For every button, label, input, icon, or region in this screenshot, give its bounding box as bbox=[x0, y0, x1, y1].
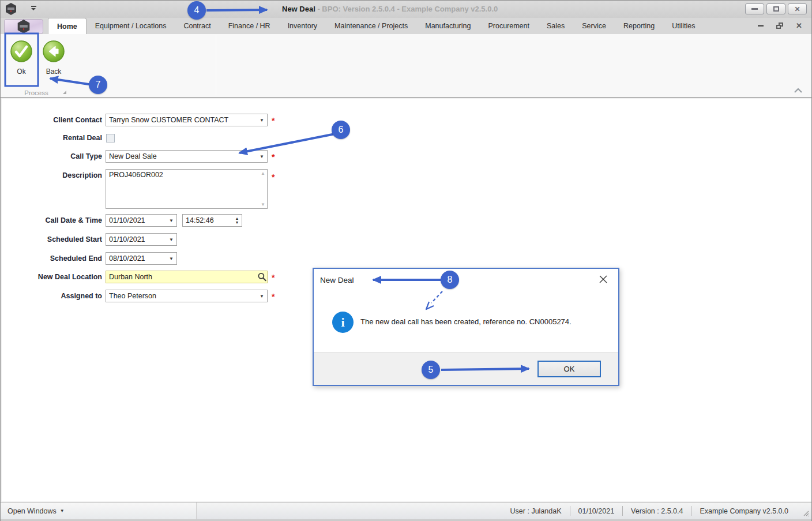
collapse-ribbon-icon[interactable] bbox=[793, 87, 803, 95]
dialog-ok-button[interactable]: OK bbox=[537, 361, 601, 377]
chevron-down-icon[interactable]: ▼ bbox=[166, 253, 176, 264]
tab-service[interactable]: Service bbox=[573, 18, 615, 34]
tab-reporting[interactable]: Reporting bbox=[615, 18, 663, 34]
tab-maintenance-projects[interactable]: Maintenance / Projects bbox=[326, 18, 416, 34]
minimize-icon bbox=[751, 8, 758, 10]
maximize-icon bbox=[773, 6, 779, 12]
mdi-close-button[interactable]: ✕ bbox=[796, 21, 802, 29]
ok-button[interactable]: Ok bbox=[6, 36, 36, 86]
ribbon: Ok Back Process bbox=[1, 34, 811, 98]
back-button-label: Back bbox=[46, 68, 62, 76]
search-icon[interactable] bbox=[257, 271, 267, 283]
open-windows-label: Open Windows bbox=[7, 507, 57, 515]
annotation-number: 8 bbox=[448, 275, 453, 285]
tab-sales[interactable]: Sales bbox=[538, 18, 573, 34]
tab-utilities[interactable]: Utilities bbox=[663, 18, 704, 34]
call-type-value[interactable] bbox=[106, 151, 257, 162]
app-logo-icon bbox=[16, 20, 31, 33]
annotation-step-5: 5 bbox=[422, 361, 440, 379]
tab-contract[interactable]: Contract bbox=[175, 18, 219, 34]
client-contact-value[interactable] bbox=[106, 114, 257, 126]
application-menu-button[interactable] bbox=[4, 19, 43, 34]
group-dialog-launcher-icon[interactable] bbox=[63, 91, 66, 94]
tab-inventory[interactable]: Inventory bbox=[279, 18, 326, 34]
chevron-down-icon[interactable]: ▼ bbox=[166, 234, 176, 245]
app-logo-icon bbox=[5, 3, 17, 15]
rental-deal-label: Rental Deal bbox=[2, 132, 102, 144]
call-time-spinner[interactable]: ▲ ▼ bbox=[182, 214, 242, 227]
scheduled-end-value[interactable] bbox=[106, 253, 166, 264]
status-bar: Open Windows ▼ User : JulandaK 01/10/202… bbox=[1, 502, 811, 519]
close-icon: ✕ bbox=[796, 22, 802, 29]
scheduled-start-value[interactable] bbox=[106, 234, 166, 245]
new-deal-location-label: New Deal Location bbox=[2, 271, 102, 283]
required-marker: * bbox=[272, 150, 280, 163]
call-time-value[interactable] bbox=[183, 215, 232, 226]
dialog-close-icon[interactable] bbox=[599, 275, 608, 284]
close-button[interactable]: ✕ bbox=[788, 3, 807, 14]
spin-up-icon[interactable]: ▲ bbox=[235, 217, 239, 220]
mdi-minimize-button[interactable] bbox=[758, 21, 764, 29]
tab-home[interactable]: Home bbox=[48, 18, 87, 34]
tab-equipment-locations[interactable]: Equipment / Locations bbox=[87, 18, 175, 34]
annotation-step-6: 6 bbox=[332, 121, 350, 139]
tab-manufacturing[interactable]: Manufacturing bbox=[416, 18, 479, 34]
window-title: New Deal - BPO: Version 2.5.0.4 - Exampl… bbox=[282, 5, 498, 13]
dialog-body: i The new deal call has been created, re… bbox=[314, 290, 618, 353]
info-icon-glyph: i bbox=[341, 315, 344, 330]
new-deal-location-value[interactable] bbox=[106, 271, 257, 283]
tab-finance-hr[interactable]: Finance / HR bbox=[220, 18, 279, 34]
resize-grip[interactable] bbox=[802, 509, 809, 516]
spin-down-icon[interactable]: ▼ bbox=[235, 221, 239, 224]
scroll-up-icon[interactable]: ▲ bbox=[261, 171, 265, 176]
tab-procurement[interactable]: Procurement bbox=[479, 18, 538, 34]
required-marker: * bbox=[272, 290, 280, 302]
annotation-step-7: 7 bbox=[89, 76, 107, 94]
scheduled-end-picker[interactable]: ▼ bbox=[106, 252, 177, 265]
dialog-ok-label: OK bbox=[564, 365, 575, 373]
ribbon-group-caption: Process bbox=[4, 88, 69, 98]
chevron-down-icon[interactable]: ▼ bbox=[257, 290, 267, 302]
ribbon-tabs: Home Equipment / Locations Contract Fina… bbox=[48, 18, 704, 34]
chevron-down-icon: ▼ bbox=[60, 508, 65, 513]
assigned-to-value[interactable] bbox=[106, 290, 257, 302]
client-contact-combo[interactable]: ▼ bbox=[106, 114, 268, 126]
minimize-icon bbox=[758, 25, 764, 27]
application-window: New Deal - BPO: Version 2.5.0.4 - Exampl… bbox=[0, 0, 812, 521]
call-datetime-label: Call Date & Time bbox=[2, 214, 102, 227]
new-deal-location-lookup[interactable] bbox=[106, 271, 268, 283]
chevron-down-icon[interactable]: ▼ bbox=[166, 215, 176, 226]
chevron-down-icon[interactable]: ▼ bbox=[257, 151, 267, 162]
ribbon-group-separator bbox=[216, 35, 216, 95]
call-type-label: Call Type bbox=[2, 150, 102, 163]
status-company: Example Company v2.5.0.0 bbox=[691, 507, 796, 515]
client-contact-label: Client Contact bbox=[2, 114, 102, 126]
scroll-down-icon[interactable]: ▼ bbox=[261, 202, 265, 207]
description-textarea[interactable]: PROJ406OR002 ▲ ▼ bbox=[106, 169, 268, 209]
scheduled-start-label: Scheduled Start bbox=[2, 233, 102, 246]
scheduled-end-label: Scheduled End bbox=[2, 252, 102, 265]
restore-icon bbox=[776, 23, 783, 29]
title-bar: New Deal - BPO: Version 2.5.0.4 - Exampl… bbox=[1, 1, 811, 18]
quick-access-dropdown-icon[interactable] bbox=[29, 6, 37, 13]
close-icon: ✕ bbox=[794, 6, 800, 13]
annotation-step-4: 4 bbox=[187, 1, 206, 20]
call-type-combo[interactable]: ▼ bbox=[106, 150, 268, 163]
back-button[interactable]: Back bbox=[39, 36, 69, 86]
required-marker: * bbox=[272, 271, 280, 283]
annotation-number: 7 bbox=[96, 80, 101, 90]
minimize-button[interactable] bbox=[745, 3, 764, 14]
description-value[interactable]: PROJ406OR002 bbox=[106, 170, 267, 208]
description-label: Description bbox=[2, 169, 102, 182]
maximize-button[interactable] bbox=[766, 3, 785, 14]
mdi-restore-button[interactable] bbox=[776, 21, 783, 29]
open-windows-dropdown[interactable]: Open Windows ▼ bbox=[7, 507, 65, 515]
call-date-value[interactable] bbox=[106, 215, 166, 226]
annotation-number: 6 bbox=[339, 125, 344, 135]
required-marker: * bbox=[272, 114, 280, 126]
scheduled-start-picker[interactable]: ▼ bbox=[106, 233, 177, 246]
call-date-picker[interactable]: ▼ bbox=[106, 214, 177, 227]
assigned-to-combo[interactable]: ▼ bbox=[106, 290, 268, 302]
rental-deal-checkbox[interactable] bbox=[106, 134, 115, 143]
chevron-down-icon[interactable]: ▼ bbox=[257, 114, 267, 126]
